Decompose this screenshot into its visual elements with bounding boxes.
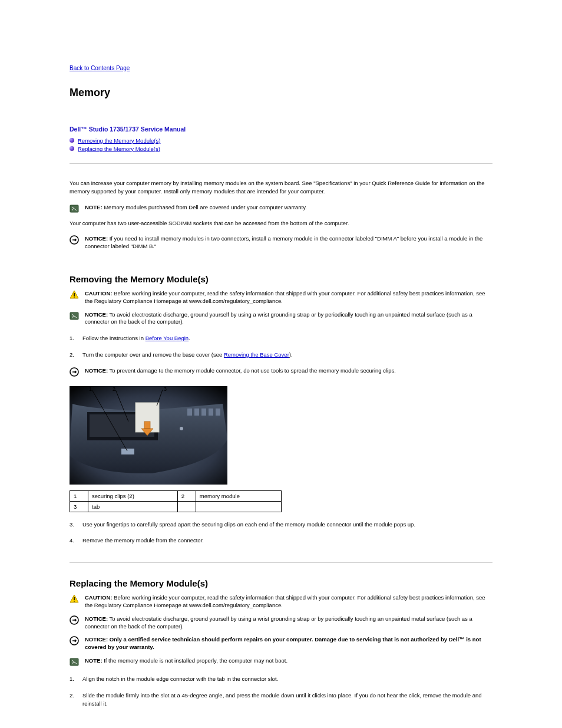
- caution-icon: [70, 290, 79, 299]
- note-align-text: If the memory module is not installed pr…: [104, 657, 287, 664]
- divider: [70, 562, 492, 563]
- caution-label: CAUTION:: [85, 594, 112, 601]
- page-title: Memory: [70, 87, 492, 99]
- toc-link-remove[interactable]: Removing the Memory Module(s): [78, 137, 160, 144]
- svg-point-19: [180, 427, 183, 430]
- notice-icon: [70, 367, 79, 377]
- svg-text:3: 3: [164, 386, 167, 392]
- step: Turn the computer over and remove the ba…: [70, 351, 492, 359]
- svg-rect-27: [74, 601, 75, 602]
- notice-icon: [70, 235, 79, 245]
- table-row: 3 tab: [70, 501, 282, 512]
- replace-steps: Align the notch in the module edge conne…: [70, 675, 492, 707]
- step: Follow the instructions in Before You Be…: [70, 334, 492, 342]
- back-to-contents-link[interactable]: Back to Contents Page: [70, 65, 130, 71]
- cell: tab: [88, 501, 178, 512]
- svg-rect-15: [194, 409, 199, 416]
- note-text: Memory modules purchased from Dell are c…: [104, 204, 307, 210]
- remove-steps-cont: Use your fingertips to carefully spread …: [70, 521, 492, 545]
- cell: 2: [177, 490, 196, 501]
- caution-label: CAUTION:: [85, 290, 112, 297]
- bullet-icon: [70, 146, 74, 151]
- notice-label: NOTICE:: [85, 235, 108, 242]
- remove-heading: Removing the Memory Module(s): [70, 274, 492, 284]
- bullet-icon: [70, 138, 74, 143]
- toc-item: Replacing the Memory Module(s): [70, 144, 492, 153]
- step: Slide the module firmly into the slot at…: [70, 691, 492, 708]
- svg-rect-13: [121, 449, 134, 454]
- notice-esd-callout: NOTICE: To avoid electrostatic discharge…: [70, 311, 492, 327]
- svg-rect-18: [216, 409, 220, 416]
- remove-steps: Follow the instructions in Before You Be…: [70, 334, 492, 359]
- notice-text: If you need to install memory modules in…: [85, 235, 482, 249]
- cell: [196, 501, 281, 512]
- parts-table: 1 securing clips (2) 2 memory module 3 t…: [70, 490, 282, 512]
- caution-icon: [70, 594, 79, 604]
- caution-text: Before working inside your computer, rea…: [85, 290, 485, 304]
- section-toc: Removing the Memory Module(s) Replacing …: [70, 136, 492, 153]
- svg-rect-2: [74, 293, 75, 296]
- remove-base-cover-link[interactable]: Removing the Base Cover: [224, 351, 289, 358]
- notice-icon: [70, 615, 79, 625]
- intro-paragraph: You can increase your computer memory by…: [70, 179, 492, 196]
- notice-label: NOTICE:: [85, 615, 108, 622]
- cell: securing clips (2): [88, 490, 178, 501]
- cell: 3: [70, 501, 88, 512]
- note-align-callout: NOTE: If the memory module is not instal…: [70, 657, 492, 667]
- table-row: 1 securing clips (2) 2 memory module: [70, 490, 282, 501]
- svg-rect-11: [144, 421, 150, 429]
- cell: [177, 501, 196, 512]
- caution-text: Before working inside your computer, rea…: [85, 594, 485, 608]
- memory-module-photo: 1 2 3: [70, 386, 227, 485]
- svg-rect-3: [74, 297, 75, 298]
- notice-esd-text: To avoid electrostatic discharge, ground…: [85, 615, 472, 630]
- before-you-begin-link[interactable]: Before You Begin: [146, 335, 189, 341]
- caution-callout: CAUTION: Before working inside your comp…: [70, 290, 492, 305]
- cell: 1: [70, 490, 88, 501]
- note-icon: [70, 311, 79, 321]
- replace-heading: Replacing the Memory Module(s): [70, 578, 492, 588]
- notice-tools-callout: NOTICE: To prevent damage to the memory …: [70, 367, 492, 377]
- step: Use your fingertips to carefully spread …: [70, 521, 492, 529]
- svg-text:2: 2: [113, 386, 115, 392]
- toc-item: Removing the Memory Module(s): [70, 136, 492, 144]
- step: Remove the memory module from the connec…: [70, 536, 492, 545]
- notice-label: NOTICE:: [85, 636, 108, 643]
- notice-esd-callout-2: NOTICE: To avoid electrostatic discharge…: [70, 615, 492, 631]
- caution-callout: CAUTION: Before working inside your comp…: [70, 594, 492, 610]
- notice-esd-text: To avoid electrostatic discharge, ground…: [85, 311, 472, 325]
- svg-rect-26: [74, 597, 75, 600]
- notice-label: NOTICE:: [85, 311, 108, 318]
- note-icon: [70, 204, 79, 213]
- slots-paragraph: Your computer has two user-accessible SO…: [70, 219, 492, 228]
- notice-cert-text: Only a certified service technician shou…: [85, 636, 481, 650]
- notice-callout: NOTICE: If you need to install memory mo…: [70, 235, 492, 251]
- step: Align the notch in the module edge conne…: [70, 675, 492, 683]
- manual-title: Dell™ Studio 1735/1737 Service Manual: [70, 126, 492, 133]
- svg-rect-16: [201, 409, 206, 416]
- notice-label: NOTICE:: [85, 367, 108, 374]
- toc-link-replace[interactable]: Replacing the Memory Module(s): [78, 146, 160, 152]
- notice-icon: [70, 636, 79, 645]
- note-callout: NOTE: Memory modules purchased from Dell…: [70, 204, 492, 213]
- notice-tools-text: To prevent damage to the memory module c…: [110, 367, 396, 374]
- cell: memory module: [196, 490, 281, 501]
- svg-text:1: 1: [89, 386, 92, 392]
- note-icon: [70, 657, 79, 667]
- note-label: NOTE:: [85, 204, 103, 210]
- divider: [70, 163, 492, 164]
- notice-cert-callout: NOTICE: Only a certified service technic…: [70, 636, 492, 651]
- svg-rect-14: [187, 409, 192, 416]
- svg-rect-17: [209, 409, 213, 416]
- note-label: NOTE:: [85, 657, 103, 664]
